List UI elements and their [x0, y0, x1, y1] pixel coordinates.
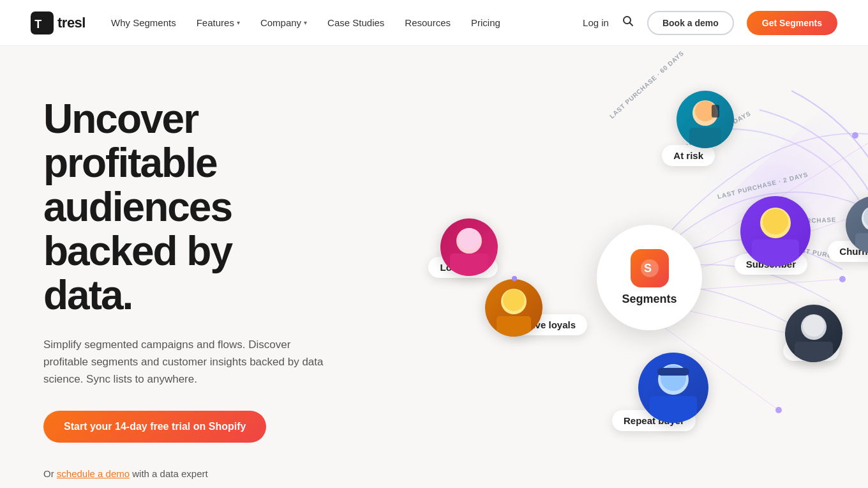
avatar-at-risk: [677, 91, 734, 148]
avatar-repeat-buyer: [638, 353, 708, 423]
svg-point-13: [839, 276, 846, 282]
svg-line-3: [629, 23, 632, 26]
hero-section: Uncover profitable audiences backed by d…: [0, 46, 868, 488]
get-segments-button[interactable]: Get Segments: [747, 11, 837, 35]
svg-point-24: [458, 228, 480, 250]
hero-subtitle: Simplify segmented campaigns and flows. …: [43, 336, 327, 388]
segments-center-label: Segments: [622, 293, 677, 306]
schedule-demo-link[interactable]: schedule a demo: [57, 468, 130, 479]
navbar: T tresl Why Segments Features ▾ Company …: [0, 0, 868, 46]
trial-button[interactable]: Start your 14-day free trial on Shopify: [43, 411, 266, 443]
nav-links: Why Segments Features ▾ Company ▾ Case S…: [111, 17, 583, 28]
avatar-low-value: [440, 218, 498, 276]
nav-link-pricing[interactable]: Pricing: [471, 17, 500, 28]
nav-link-company[interactable]: Company ▾: [260, 17, 307, 28]
hero-visual: LAST PURCHASE · 60 DAYS LAST PURCHASE · …: [332, 46, 868, 488]
chevron-down-icon: ▾: [304, 19, 307, 26]
svg-rect-23: [450, 254, 488, 276]
svg-point-33: [503, 289, 525, 311]
logo-text: tresl: [57, 15, 86, 31]
avatar-active-loyals: [485, 279, 542, 337]
svg-point-11: [852, 132, 858, 139]
svg-point-36: [803, 315, 825, 337]
nav-actions: Log in Book a demo Get Segments: [583, 11, 837, 35]
hero-or-text: Or schedule a demo with a data expert: [43, 468, 327, 479]
segments-center-circle: S Segments: [597, 225, 702, 330]
connector-dot-low-value: [512, 276, 517, 281]
nav-link-features[interactable]: Features ▾: [197, 17, 240, 28]
svg-text:T: T: [34, 18, 41, 31]
hero-content: Uncover profitable audiences backed by d…: [0, 46, 357, 488]
svg-rect-21: [712, 105, 719, 118]
chevron-down-icon: ▾: [237, 19, 240, 26]
logo[interactable]: T tresl: [31, 11, 86, 34]
search-icon[interactable]: [622, 15, 634, 31]
svg-point-27: [763, 209, 788, 234]
book-demo-button[interactable]: Book a demo: [647, 11, 734, 35]
nav-link-why-segments[interactable]: Why Segments: [111, 17, 176, 28]
segments-icon: S: [631, 249, 669, 287]
svg-rect-19: [689, 128, 721, 148]
svg-point-15: [775, 407, 782, 413]
avatar-subscriber: [740, 196, 811, 266]
avatar-refund: [785, 305, 842, 362]
log-in-link[interactable]: Log in: [583, 17, 609, 28]
segment-label-at-risk: At risk: [662, 145, 715, 166]
svg-rect-0: [31, 11, 54, 34]
nav-link-resources[interactable]: Resources: [405, 17, 451, 28]
hero-title: Uncover profitable audiences backed by d…: [43, 97, 327, 318]
svg-rect-32: [497, 316, 531, 337]
svg-rect-40: [657, 368, 689, 376]
svg-text:S: S: [644, 262, 652, 275]
nav-link-case-studies[interactable]: Case Studies: [327, 17, 384, 28]
